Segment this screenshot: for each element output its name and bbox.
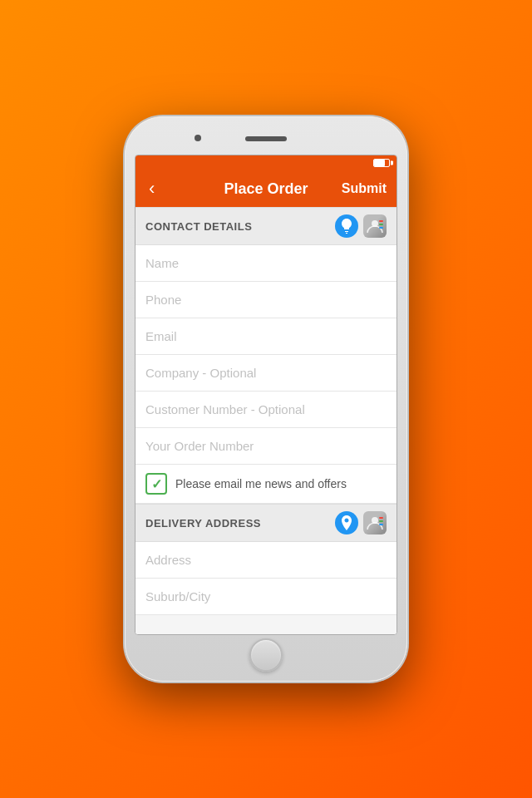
svg-rect-7 bbox=[379, 524, 383, 525]
suburb-input[interactable] bbox=[145, 589, 387, 603]
name-field-row bbox=[135, 245, 397, 282]
delivery-fields bbox=[135, 542, 397, 615]
battery-icon bbox=[373, 159, 390, 167]
nav-bar: ‹ Place Order Submit bbox=[135, 170, 397, 207]
status-bar bbox=[135, 155, 397, 170]
phone-bottom bbox=[249, 640, 283, 670]
contact-section-header: CONTACT DETAILS bbox=[135, 207, 397, 245]
home-button[interactable] bbox=[249, 638, 283, 672]
delivery-section-icons bbox=[335, 511, 387, 534]
address-input[interactable] bbox=[145, 553, 387, 567]
delivery-section-title: DELIVERY ADDRESS bbox=[145, 517, 261, 530]
newsletter-checkbox[interactable]: ✓ bbox=[145, 473, 167, 495]
newsletter-checkbox-row[interactable]: ✓ Please email me news and offers bbox=[135, 465, 397, 504]
phone-top bbox=[135, 128, 397, 151]
email-input[interactable] bbox=[145, 329, 387, 343]
address-field-row bbox=[135, 542, 397, 579]
contact-section-icons bbox=[335, 214, 387, 238]
customer-number-input[interactable] bbox=[145, 402, 387, 416]
name-input[interactable] bbox=[145, 256, 387, 270]
svg-rect-5 bbox=[379, 517, 383, 519]
customer-number-field-row bbox=[135, 392, 397, 428]
order-number-field-row bbox=[135, 428, 397, 465]
phone-frame: ‹ Place Order Submit CONTACT DETAILS bbox=[125, 116, 407, 682]
svg-rect-1 bbox=[379, 220, 383, 222]
svg-rect-2 bbox=[379, 224, 383, 225]
speaker bbox=[245, 136, 287, 141]
scroll-content[interactable]: CONTACT DETAILS bbox=[135, 207, 397, 634]
delivery-contact-import-icon[interactable] bbox=[363, 511, 387, 534]
lightbulb-icon[interactable] bbox=[335, 214, 358, 238]
front-camera bbox=[195, 135, 201, 141]
delivery-section-header: DELIVERY ADDRESS bbox=[135, 504, 397, 542]
contact-fields bbox=[135, 245, 397, 465]
back-button[interactable]: ‹ bbox=[145, 176, 158, 201]
svg-rect-6 bbox=[379, 520, 383, 522]
checkmark-icon: ✓ bbox=[151, 476, 162, 492]
contact-import-icon[interactable] bbox=[363, 214, 387, 238]
svg-rect-3 bbox=[379, 227, 383, 229]
order-number-input[interactable] bbox=[145, 439, 387, 453]
location-icon[interactable] bbox=[335, 511, 358, 534]
company-input[interactable] bbox=[145, 366, 387, 380]
phone-screen: ‹ Place Order Submit CONTACT DETAILS bbox=[135, 155, 397, 635]
company-field-row bbox=[135, 355, 397, 392]
phone-field-row bbox=[135, 282, 397, 318]
email-field-row bbox=[135, 318, 397, 355]
phone-input[interactable] bbox=[145, 293, 387, 307]
suburb-field-row bbox=[135, 579, 397, 615]
submit-button[interactable]: Submit bbox=[342, 181, 387, 196]
page-title: Place Order bbox=[224, 180, 308, 198]
contact-section-title: CONTACT DETAILS bbox=[145, 220, 252, 233]
newsletter-label: Please email me news and offers bbox=[175, 477, 347, 490]
